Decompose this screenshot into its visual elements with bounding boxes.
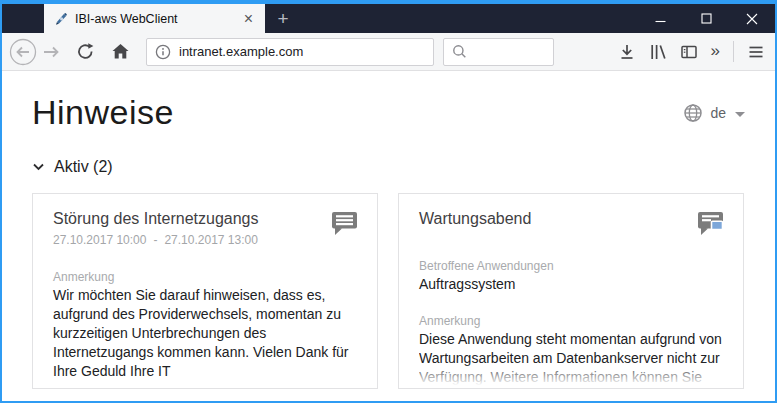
date-start: 27.10.2017 10:00: [53, 233, 146, 247]
date-separator: -: [153, 233, 157, 247]
titlebar-spacer: [2, 4, 44, 33]
search-icon: [452, 44, 467, 59]
back-button[interactable]: [8, 37, 38, 67]
card-date-range: 27.10.2017 10:00-27.10.2017 13:00: [53, 233, 357, 247]
new-tab-button[interactable]: +: [265, 4, 301, 33]
date-end: 27.10.2017 13:00: [164, 233, 257, 247]
toolbar-right-tools: »: [605, 41, 765, 62]
notice-card-wartungsabend[interactable]: Wartungsabend Betroffene Anwendungen Auf…: [398, 193, 744, 389]
download-icon[interactable]: [618, 43, 636, 61]
overflow-menu-icon[interactable]: »: [711, 42, 720, 59]
search-input[interactable]: [443, 38, 554, 66]
browser-tab[interactable]: IBI-aws WebClient ×: [44, 4, 265, 33]
sidebar-toggle-icon[interactable]: [680, 43, 698, 61]
globe-icon: [683, 103, 703, 123]
window-minimize-button[interactable]: [637, 4, 683, 33]
tab-close-icon[interactable]: ×: [240, 11, 257, 27]
note-text-clipped: Diese Anwendung steht momentan aufgrund …: [419, 330, 723, 387]
card-title: Wartungsabend: [419, 210, 723, 228]
note-label: Anmerkung: [53, 270, 357, 284]
chat-bubble-scheduled-icon: [697, 211, 724, 236]
notice-card-stoerung[interactable]: Störung des Internetzugangs 27.10.2017 1…: [32, 193, 378, 389]
reload-icon[interactable]: [76, 42, 95, 61]
url-bar[interactable]: intranet.example.com: [146, 38, 434, 66]
note-text: Wir möchten Sie darauf hinweisen, dass e…: [53, 286, 357, 381]
titlebar: IBI-aws WebClient × +: [2, 4, 775, 33]
browser-window: IBI-aws WebClient × +: [0, 0, 777, 403]
section-label: Aktiv (2): [54, 158, 113, 176]
page-title: Hinweise: [32, 94, 174, 131]
window-controls: [637, 4, 775, 33]
hamburger-menu-icon[interactable]: [747, 43, 765, 61]
section-header-aktiv[interactable]: Aktiv (2): [32, 158, 745, 176]
toolbar-separator: [733, 41, 734, 62]
window-close-button[interactable]: [729, 4, 775, 33]
affected-apps-label: Betroffene Anwendungen: [419, 259, 723, 273]
language-code: de: [710, 105, 726, 121]
affected-apps-value: Auftragssystem: [419, 275, 723, 294]
tab-title: IBI-aws WebClient: [75, 12, 234, 26]
window-maximize-button[interactable]: [683, 4, 729, 33]
language-selector[interactable]: de: [683, 103, 745, 123]
page-content: Hinweise de Aktiv (2): [2, 71, 775, 401]
chevron-down-icon: [735, 112, 745, 117]
text-fade-overlay: [419, 362, 723, 387]
site-info-icon[interactable]: [155, 44, 171, 60]
section-chevron-icon: [32, 162, 45, 172]
chat-bubble-icon: [331, 211, 358, 236]
forward-button[interactable]: [40, 41, 62, 63]
library-icon[interactable]: [649, 43, 667, 61]
site-favicon-icon: [52, 11, 68, 27]
notice-cards: Störung des Internetzugangs 27.10.2017 1…: [32, 193, 745, 389]
navigation-toolbar: intranet.example.com: [2, 33, 775, 71]
note-label: Anmerkung: [419, 314, 723, 328]
home-icon[interactable]: [111, 42, 130, 61]
page-header: Hinweise de: [32, 94, 745, 131]
card-title: Störung des Internetzugangs: [53, 210, 357, 228]
url-text[interactable]: intranet.example.com: [179, 44, 303, 59]
